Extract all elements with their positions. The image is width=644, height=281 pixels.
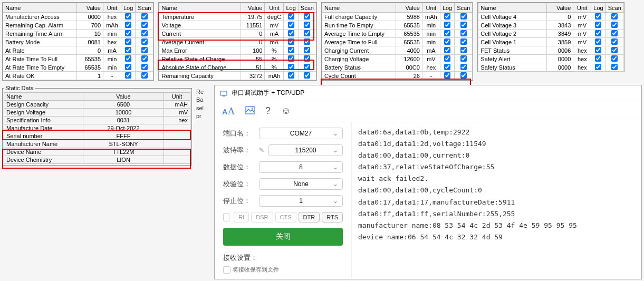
col-scan[interactable]: Scan <box>298 3 316 13</box>
table-row[interactable]: Average Current0mA <box>159 38 316 46</box>
log-checkbox[interactable] <box>288 38 294 45</box>
col-name[interactable]: Name <box>4 93 83 101</box>
scan-checkbox[interactable] <box>611 47 618 53</box>
table-row[interactable]: Average Time to Full65535min <box>322 38 472 46</box>
scan-checkbox[interactable] <box>141 30 148 36</box>
log-checkbox[interactable] <box>288 47 294 53</box>
stopbits-select[interactable]: 1 <box>259 195 343 207</box>
scan-checkbox[interactable] <box>611 55 618 62</box>
log-checkbox[interactable] <box>125 64 131 70</box>
table-row[interactable]: Full charge Capacity5988mAh <box>322 13 472 21</box>
log-checkbox[interactable] <box>444 47 450 53</box>
flag-ri[interactable]: RI <box>234 212 249 222</box>
image-icon[interactable] <box>245 105 255 118</box>
table-row[interactable]: Cycle Count26- <box>322 72 472 80</box>
table-row[interactable]: At Rate0mA <box>3 46 153 55</box>
table-row[interactable]: Device ChemistryLION <box>4 156 190 164</box>
scan-checkbox[interactable] <box>460 22 467 28</box>
table-row[interactable]: Device NameTTL22M <box>4 148 190 156</box>
log-checkbox[interactable] <box>444 38 450 45</box>
scan-checkbox[interactable] <box>304 30 310 36</box>
close-button[interactable]: 关闭 <box>223 228 343 246</box>
log-checkbox[interactable] <box>288 72 294 79</box>
scan-checkbox[interactable] <box>304 47 310 53</box>
scan-checkbox[interactable] <box>460 72 467 79</box>
scan-checkbox[interactable] <box>304 22 310 28</box>
table-row[interactable]: Voltage11551mV <box>159 21 316 30</box>
col-value[interactable]: Value <box>77 3 103 13</box>
log-checkbox[interactable] <box>125 72 131 79</box>
log-checkbox[interactable] <box>125 38 131 45</box>
log-checkbox[interactable] <box>125 55 131 62</box>
table-row[interactable]: Relative State of Charge55% <box>159 55 316 63</box>
col-value[interactable]: Value <box>241 3 265 13</box>
table-row[interactable]: Cell Voltage 40mV <box>478 13 623 21</box>
table-row[interactable]: Charging Voltage12600mV <box>322 55 472 63</box>
log-checkbox[interactable] <box>444 30 450 36</box>
table-row[interactable]: Battery Mode0081hex <box>3 38 153 46</box>
col-unit[interactable]: Unit <box>265 3 284 13</box>
table-row[interactable]: Remaining Time Alarm10min <box>3 30 153 38</box>
scan-checkbox[interactable] <box>460 38 467 45</box>
help-icon[interactable]: ? <box>265 105 271 118</box>
table-row[interactable]: Remaining Capacity3272mAh <box>159 72 316 80</box>
col-value[interactable]: Value <box>83 93 164 101</box>
table-row[interactable]: Manufacture Date29-Oct-2022 <box>4 124 190 132</box>
table-row[interactable]: Absolute State of Charge51% <box>159 63 316 72</box>
databits-select[interactable]: 8 <box>259 161 343 173</box>
scan-checkbox[interactable] <box>611 64 618 70</box>
scan-checkbox[interactable] <box>304 38 310 45</box>
log-checkbox[interactable] <box>444 13 450 20</box>
font-icon[interactable]: ᴀA <box>222 105 235 118</box>
table-row[interactable]: Cell Voltage 23849mV <box>478 30 623 38</box>
flag-dsr[interactable]: DSR <box>251 212 273 222</box>
table-row[interactable]: Temperature19.75degC <box>159 13 316 21</box>
scan-checkbox[interactable] <box>611 38 618 45</box>
table-row[interactable]: At Rate OK1- <box>3 72 153 80</box>
col-name[interactable]: Name <box>3 3 77 13</box>
scan-checkbox[interactable] <box>460 64 467 70</box>
table-row[interactable]: Cell Voltage 13859mV <box>478 38 623 46</box>
table-row[interactable]: Average Time to Empty65535min <box>322 30 472 38</box>
table-row[interactable]: At Rate Time To Empty65535min <box>3 63 153 72</box>
table-row[interactable]: Current0mA <box>159 30 316 38</box>
col-log[interactable]: Log <box>121 3 136 13</box>
log-checkbox[interactable] <box>444 72 450 79</box>
table-row[interactable]: Safety Status0000hex <box>478 63 623 72</box>
save-to-file-checkbox[interactable] <box>223 266 230 274</box>
log-checkbox[interactable] <box>444 22 450 28</box>
table-row[interactable]: Safety Alert0000hex <box>478 55 623 63</box>
log-checkbox[interactable] <box>595 47 601 53</box>
smile-icon[interactable]: ☺ <box>281 105 291 118</box>
col-log[interactable]: Log <box>284 3 298 13</box>
flag-dtr[interactable]: DTR <box>299 212 320 222</box>
log-checkbox[interactable] <box>125 22 131 28</box>
serial-log-output[interactable]: data0:6a,data1:0b,temp:2922 data0:1d,dat… <box>352 122 641 279</box>
scan-checkbox[interactable] <box>141 47 148 53</box>
col-unit[interactable]: Unit <box>422 3 440 13</box>
parity-select[interactable]: None <box>259 178 343 190</box>
col-name[interactable]: Name <box>478 3 547 13</box>
edit-icon[interactable]: ✎ <box>259 147 264 154</box>
log-checkbox[interactable] <box>595 38 601 45</box>
table-row[interactable]: Max Error100% <box>159 46 316 55</box>
scan-checkbox[interactable] <box>304 72 310 79</box>
scan-checkbox[interactable] <box>460 47 467 53</box>
scan-checkbox[interactable] <box>611 22 618 28</box>
table-row[interactable]: Charging Current4000mA <box>322 46 472 55</box>
col-scan[interactable]: Scan <box>136 3 153 13</box>
table-row[interactable]: Specification Info0031hex <box>4 117 190 124</box>
flag-rts[interactable]: RTS <box>322 212 343 222</box>
scan-checkbox[interactable] <box>611 30 618 36</box>
col-name[interactable]: Name <box>322 3 396 13</box>
col-scan[interactable]: Scan <box>455 3 473 13</box>
col-unit[interactable]: Unit <box>164 93 190 101</box>
col-value[interactable]: Value <box>396 3 422 13</box>
scan-checkbox[interactable] <box>304 55 310 62</box>
col-scan[interactable]: Scan <box>605 3 623 13</box>
log-checkbox[interactable] <box>595 30 601 36</box>
log-checkbox[interactable] <box>288 55 294 62</box>
table-row[interactable]: FET Status0006hex <box>478 46 623 55</box>
scan-checkbox[interactable] <box>141 55 148 62</box>
scan-checkbox[interactable] <box>460 13 467 20</box>
